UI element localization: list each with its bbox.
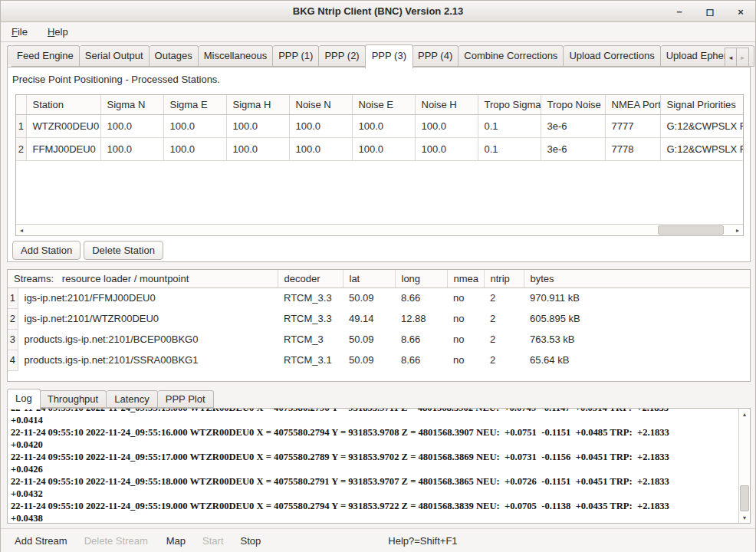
scroll-down-icon[interactable]: ▾ bbox=[739, 512, 750, 523]
cell-sigma-e[interactable]: 100.0 bbox=[163, 114, 226, 137]
station-row[interactable]: 1 WTZR00DEU0 100.0 100.0 100.0 100.0 100… bbox=[16, 114, 744, 137]
log-line: 22-11-24 09:55:10 2022-11-24_09:55:17.00… bbox=[11, 451, 738, 463]
col-station[interactable]: Station bbox=[26, 95, 100, 114]
col-long[interactable]: long bbox=[395, 270, 447, 288]
menu-help[interactable]: Help bbox=[44, 25, 71, 39]
cell-noise-n[interactable]: 100.0 bbox=[289, 137, 352, 160]
row-number: 1 bbox=[16, 114, 26, 137]
col-tropo-sigma[interactable]: Tropo Sigma bbox=[478, 95, 541, 114]
col-noise-e[interactable]: Noise E bbox=[352, 95, 415, 114]
col-sigma-e[interactable]: Sigma E bbox=[163, 95, 226, 114]
cell-mountpoint: products.igs-ip.net:2101/SSRA00BKG1 bbox=[18, 350, 278, 370]
stream-row[interactable]: 2 igs-ip.net:2101/WTZR00DEU0 RTCM_3.3 49… bbox=[8, 308, 750, 329]
col-nmea-port[interactable]: NMEA Port bbox=[605, 95, 660, 114]
col-tropo-noise[interactable]: Tropo Noise bbox=[541, 95, 605, 114]
menubar: File Help bbox=[1, 22, 755, 42]
cell-sigma-e[interactable]: 100.0 bbox=[163, 137, 226, 160]
maximize-icon[interactable]: ◻ bbox=[703, 5, 717, 18]
log-panel[interactable]: 22-11-24 09:55:10 2022-11-24_09:55:15.00… bbox=[7, 408, 751, 524]
stop-button[interactable]: Stop bbox=[235, 532, 268, 550]
cell-tropo-noise[interactable]: 3e-6 bbox=[541, 137, 605, 160]
menu-file[interactable]: File bbox=[8, 25, 31, 39]
col-decoder[interactable]: decoder bbox=[278, 270, 343, 288]
help-button[interactable]: Help?=Shift+F1 bbox=[382, 532, 463, 550]
scroll-up-icon[interactable]: ▴ bbox=[739, 409, 750, 419]
scrollbar-track[interactable] bbox=[27, 225, 732, 235]
stations-table: Station Sigma N Sigma E Sigma H Noise N … bbox=[15, 94, 744, 236]
tab-ppp-3[interactable]: PPP (3) bbox=[365, 44, 413, 68]
col-sigma-n[interactable]: Sigma N bbox=[100, 95, 163, 114]
tab-scroll-right-icon[interactable]: ▸ bbox=[737, 48, 749, 67]
map-button[interactable]: Map bbox=[160, 532, 192, 550]
scrollbar-thumb[interactable] bbox=[740, 485, 749, 511]
tab-miscellaneous[interactable]: Miscellaneous bbox=[199, 45, 273, 67]
cell-signal-priorities[interactable]: G:12&CWPSLX R:12 bbox=[660, 114, 744, 137]
tab-ppp-4[interactable]: PPP (4) bbox=[413, 45, 459, 67]
stream-row[interactable]: 4 products.igs-ip.net:2101/SSRA00BKG1 RT… bbox=[8, 350, 750, 370]
cell-sigma-n[interactable]: 100.0 bbox=[100, 114, 163, 137]
vertical-scrollbar[interactable]: ▴ ▾ bbox=[738, 409, 750, 523]
col-sigma-h[interactable]: Sigma H bbox=[226, 95, 289, 114]
cell-nmea-port[interactable]: 7777 bbox=[605, 114, 660, 137]
stream-row[interactable]: 3 products.igs-ip.net:2101/BCEP00BKG0 RT… bbox=[8, 329, 750, 350]
titlebar: BKG Ntrip Client (BNC) Version 2.13 − ◻ … bbox=[1, 1, 755, 22]
cell-long: 12.88 bbox=[395, 308, 447, 329]
tab-feed-engine[interactable]: Feed Engine bbox=[12, 45, 80, 67]
minimize-icon[interactable]: − bbox=[672, 5, 686, 18]
col-ntrip[interactable]: ntrip bbox=[484, 270, 524, 288]
tab-latency[interactable]: Latency bbox=[107, 390, 158, 408]
tab-scroll-left-icon[interactable]: ◂ bbox=[725, 48, 737, 67]
delete-stream-button[interactable]: Delete Stream bbox=[78, 532, 154, 550]
cell-sigma-n[interactable]: 100.0 bbox=[100, 137, 163, 160]
cell-noise-e[interactable]: 100.0 bbox=[352, 137, 415, 160]
cell-long: 8.66 bbox=[395, 350, 447, 370]
tab-ppp-plot[interactable]: PPP Plot bbox=[158, 390, 214, 408]
delete-station-button[interactable]: Delete Station bbox=[84, 241, 163, 260]
cell-tropo-sigma[interactable]: 0.1 bbox=[478, 114, 541, 137]
tab-combine-corrections[interactable]: Combine Corrections bbox=[459, 45, 564, 67]
tab-upload-corrections[interactable]: Upload Corrections bbox=[564, 45, 660, 67]
tab-ppp-1[interactable]: PPP (1) bbox=[273, 45, 319, 67]
cell-signal-priorities[interactable]: G:12&CWPSLX R:12 bbox=[660, 137, 744, 160]
cell-nmea: no bbox=[447, 329, 484, 350]
cell-station[interactable]: WTZR00DEU0 bbox=[26, 114, 100, 137]
log-tabbar: Log Throughput Latency PPP Plot bbox=[7, 389, 214, 408]
col-lat[interactable]: lat bbox=[343, 270, 395, 288]
col-mountpoint[interactable]: Streams: resource loader / mountpoint bbox=[8, 270, 278, 288]
stream-row[interactable]: 1 igs-ip.net:2101/FFMJ00DEU0 RTCM_3.3 50… bbox=[8, 288, 750, 308]
cell-nmea-port[interactable]: 7778 bbox=[605, 137, 660, 160]
streams-table: Streams: resource loader / mountpoint de… bbox=[7, 269, 751, 382]
add-station-button[interactable]: Add Station bbox=[12, 241, 81, 260]
start-button[interactable]: Start bbox=[196, 532, 229, 550]
col-noise-h[interactable]: Noise H bbox=[415, 95, 478, 114]
tab-throughput[interactable]: Throughput bbox=[40, 390, 107, 408]
cell-noise-e[interactable]: 100.0 bbox=[352, 114, 415, 137]
cell-bytes: 970.911 kB bbox=[524, 288, 750, 308]
tab-log[interactable]: Log bbox=[7, 389, 41, 409]
col-bytes[interactable]: bytes bbox=[524, 270, 750, 288]
station-row[interactable]: 2 FFMJ00DEU0 100.0 100.0 100.0 100.0 100… bbox=[16, 137, 744, 160]
cell-noise-h[interactable]: 100.0 bbox=[415, 114, 478, 137]
tab-ppp-2[interactable]: PPP (2) bbox=[319, 45, 365, 67]
add-stream-button[interactable]: Add Stream bbox=[8, 532, 74, 550]
cell-noise-n[interactable]: 100.0 bbox=[289, 114, 352, 137]
scrollbar-thumb[interactable] bbox=[658, 225, 724, 235]
cell-tropo-sigma[interactable]: 0.1 bbox=[478, 137, 541, 160]
cell-nmea: no bbox=[447, 288, 484, 308]
col-noise-n[interactable]: Noise N bbox=[289, 95, 352, 114]
cell-decoder: RTCM_3.3 bbox=[278, 308, 343, 329]
horizontal-scrollbar[interactable]: ◂ ▸ bbox=[16, 224, 743, 235]
tab-outages[interactable]: Outages bbox=[150, 45, 199, 67]
col-signal-priorities[interactable]: Signal Priorities bbox=[660, 95, 744, 114]
cell-sigma-h[interactable]: 100.0 bbox=[226, 114, 289, 137]
cell-station[interactable]: FFMJ00DEU0 bbox=[26, 137, 100, 160]
cell-noise-h[interactable]: 100.0 bbox=[415, 137, 478, 160]
scroll-right-icon[interactable]: ▸ bbox=[732, 225, 743, 235]
cell-sigma-h[interactable]: 100.0 bbox=[226, 137, 289, 160]
close-icon[interactable]: × bbox=[734, 5, 748, 18]
cell-tropo-noise[interactable]: 3e-6 bbox=[541, 114, 605, 137]
cell-mountpoint: products.igs-ip.net:2101/BCEP00BKG0 bbox=[18, 329, 278, 350]
scroll-left-icon[interactable]: ◂ bbox=[16, 225, 27, 235]
tab-serial-output[interactable]: Serial Output bbox=[80, 45, 150, 67]
col-nmea[interactable]: nmea bbox=[447, 270, 484, 288]
